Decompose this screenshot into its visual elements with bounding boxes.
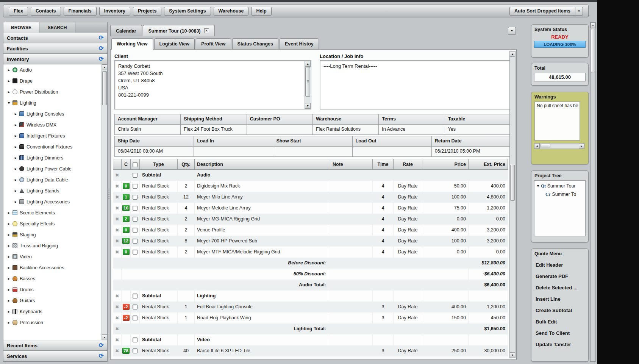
scrollbar-track[interactable] [540, 143, 579, 149]
menu-insert-line[interactable]: Insert Line [536, 296, 586, 302]
working-view-scrollbar[interactable]: ▲ ▼ [509, 51, 516, 358]
row-checkbox[interactable] [133, 294, 137, 298]
expander-icon[interactable]: ► [13, 145, 18, 149]
tree-item-video[interactable]: ► Video [3, 251, 107, 262]
expander-icon[interactable]: ► [6, 244, 11, 248]
expander-icon[interactable]: ► [6, 277, 11, 281]
row-checkbox[interactable] [133, 173, 137, 178]
scroll-up-icon[interactable]: ▲ [305, 61, 311, 67]
scroll-down-icon[interactable]: ▼ [510, 352, 515, 358]
line-item-row[interactable]: ✖ 0 Rental Stock 2 Digidesign Mix Rack 4… [113, 181, 508, 192]
close-icon[interactable]: ✕ [204, 28, 209, 33]
scroll-left-icon[interactable]: ◄ [534, 143, 540, 149]
tree-scrollbar[interactable]: ▲ ▼ [102, 64, 107, 340]
tree-item-specialty-effects[interactable]: ► Specialty Effects [3, 218, 107, 229]
tab-summer-tour[interactable]: Summer Tour (10-0083) ✕ [143, 25, 215, 36]
expander-icon[interactable]: ► [6, 222, 11, 226]
tree-item-intelligent-fixtures[interactable]: ► Intelligent Fixtures [3, 130, 107, 141]
delete-row-icon[interactable]: ✖ [115, 326, 119, 332]
tab-overflow-button[interactable]: ▼ [508, 27, 516, 35]
menu-generate-pdf[interactable]: Generate PDF [536, 273, 586, 279]
line-item-row[interactable]: ✖ 0 Rental Stock 2 Venue Profile 4 Day R… [113, 225, 508, 236]
return-date-value[interactable]: 06/21/2010 05:00 PM [432, 147, 511, 156]
client-field[interactable]: Randy Corbett 357 West 700 South Orem, U… [114, 60, 311, 109]
tree-item-audio[interactable]: ► Audio [3, 64, 107, 75]
expander-icon[interactable]: ► [13, 189, 18, 193]
tree-item-drums[interactable]: ► Drums [3, 284, 107, 295]
row-checkbox[interactable] [133, 206, 137, 211]
page-scrollbar[interactable]: ▲ [590, 22, 596, 362]
row-checkbox[interactable] [133, 316, 137, 320]
tree-item-lighting[interactable]: ▼ Lighting [3, 97, 107, 108]
menu-warehouse[interactable]: Warehouse [214, 7, 249, 16]
menu-edit-header[interactable]: Edit Header [536, 262, 586, 268]
line-item-row[interactable]: ✖ -2 Rental Stock 1 Full Boar Lighting C… [113, 302, 508, 312]
refresh-icon[interactable]: ⟳ [99, 35, 104, 41]
row-checkbox[interactable] [133, 239, 137, 244]
section-services[interactable]: Services ⟳ [3, 351, 107, 361]
delete-row-icon[interactable]: ✖ [115, 249, 119, 255]
expander-icon[interactable]: ► [6, 233, 11, 237]
scrollbar-thumb[interactable] [591, 29, 595, 72]
line-item-row[interactable]: ✖ -2 Rental Stock 1 Road Hog Playback Wi… [113, 312, 508, 323]
delete-row-icon[interactable]: ✖ [115, 183, 119, 189]
tree-item-truss-and-rigging[interactable]: ► Truss and Rigging [3, 240, 107, 251]
row-checkbox[interactable] [133, 184, 137, 189]
scrollbar-thumb[interactable] [102, 71, 107, 105]
row-checkbox[interactable] [133, 337, 137, 342]
auto-sort-dropdown[interactable]: Auto Sort Dropped Items ▼ [509, 7, 583, 16]
expander-icon[interactable]: ► [13, 112, 18, 116]
delete-row-icon[interactable]: ✖ [115, 172, 119, 178]
select-all-checkbox[interactable] [133, 162, 137, 167]
tab-search[interactable]: SEARCH [39, 22, 75, 33]
tree-item-lighting-data-cable[interactable]: ► Lighting Data Cable [3, 174, 107, 185]
menu-delete-selected[interactable]: Delete Selected ... [536, 285, 586, 291]
client-scrollbar[interactable]: ▲ ▼ [305, 61, 311, 109]
subtotal-row[interactable]: ✖ Subtotal Audio [113, 170, 508, 181]
tree-item-lighting-dimmers[interactable]: ► Lighting Dimmers [3, 152, 107, 163]
delete-row-icon[interactable]: ✖ [115, 293, 119, 299]
refresh-icon[interactable]: ⟳ [99, 342, 104, 348]
section-facilities[interactable]: Facilities ⟳ [3, 43, 107, 54]
load-out-value[interactable] [353, 147, 431, 156]
shipping-method-value[interactable]: Flex 24 Foot Box Truck [181, 125, 246, 134]
load-in-value[interactable] [194, 147, 273, 156]
tab-status-changes[interactable]: Status Changes [232, 38, 278, 50]
delete-row-icon[interactable]: ✖ [115, 348, 119, 354]
tree-item-drape[interactable]: ► Drape [3, 75, 107, 86]
expander-icon[interactable]: ► [6, 310, 11, 314]
tree-item-keyboards[interactable]: ► Keyboards [3, 306, 107, 317]
account-manager-value[interactable]: Chris Stein [115, 125, 180, 134]
expander-icon[interactable]: ► [6, 288, 11, 292]
refresh-icon[interactable]: ⟳ [99, 56, 104, 62]
scroll-up-icon[interactable]: ▲ [591, 22, 595, 28]
tree-item-scenic-elements[interactable]: ► Scenic Elements [3, 207, 107, 218]
menu-send-to-client[interactable]: Send To Client [536, 330, 586, 336]
expander-icon[interactable]: ► [6, 266, 11, 270]
section-inventory[interactable]: Inventory ⟳ [3, 54, 107, 64]
tab-working-view[interactable]: Working View [111, 38, 153, 50]
expander-icon[interactable]: ► [13, 134, 18, 138]
row-checkbox[interactable] [133, 250, 137, 255]
menu-system-settings[interactable]: System Settings [164, 7, 211, 16]
section-recent-items[interactable]: Recent Items ⟳ [3, 340, 107, 351]
row-checkbox[interactable] [133, 195, 137, 200]
row-checkbox[interactable] [133, 348, 137, 353]
delete-row-icon[interactable]: ✖ [115, 304, 119, 310]
delete-row-icon[interactable]: ✖ [115, 238, 119, 244]
section-contacts[interactable]: Contacts ⟳ [3, 33, 107, 43]
menu-projects[interactable]: Projects [133, 7, 161, 16]
subtotal-row[interactable]: ✖ Subtotal Video [113, 334, 508, 345]
warehouse-value[interactable]: Flex Rental Solutions [313, 125, 378, 134]
expander-icon[interactable]: ► [6, 79, 11, 83]
line-item-row[interactable]: ✖ 78 Rental Stock 40 Barco ILite 6 XP LE… [113, 345, 508, 356]
expander-icon[interactable]: ► [13, 156, 18, 160]
row-checkbox[interactable] [133, 228, 137, 233]
subtotal-row[interactable]: ✖ Subtotal Lighting [113, 291, 508, 302]
show-start-value[interactable] [273, 147, 352, 156]
delete-row-icon[interactable]: ✖ [115, 194, 119, 200]
terms-value[interactable]: In Advance [379, 125, 444, 134]
scroll-up-icon[interactable]: ▲ [102, 64, 107, 70]
line-item-row[interactable]: ✖ 12 Rental Stock 8 Meyer 700-HP Powered… [113, 236, 508, 247]
expander-icon[interactable]: ▼ [6, 101, 11, 105]
